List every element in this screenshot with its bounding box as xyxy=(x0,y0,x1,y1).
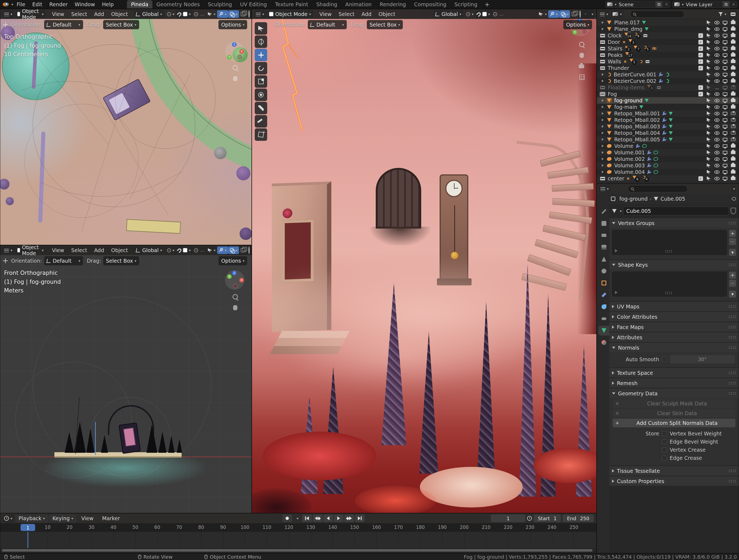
new-collection-button[interactable] xyxy=(729,10,737,18)
outliner-row-floating-items[interactable]: Floating-items6✓ xyxy=(597,84,739,91)
editor-type-button[interactable]: ▾ xyxy=(2,10,14,18)
outliner-row-retopo-mball-005[interactable]: Retopo_Mball.005 xyxy=(597,136,739,143)
panel-grip-icon[interactable] xyxy=(728,263,736,266)
shading-solid-button[interactable] xyxy=(583,14,584,15)
properties-tab-object[interactable] xyxy=(598,278,609,288)
timeline-scrollbar[interactable] xyxy=(2,549,593,552)
expand-icon[interactable] xyxy=(602,21,604,24)
outliner-row-center[interactable]: center64✓ xyxy=(597,175,739,182)
panel-header[interactable]: Geometry Data xyxy=(609,389,739,398)
zoom-icon[interactable] xyxy=(232,294,239,301)
perspective-toggle-icon[interactable] xyxy=(579,74,586,81)
viewport-menu-object[interactable]: Object xyxy=(375,11,399,17)
panel-grip-icon[interactable] xyxy=(728,479,736,483)
checkbox[interactable] xyxy=(662,455,667,461)
outliner-search-input[interactable] xyxy=(630,11,684,18)
expand-icon[interactable] xyxy=(602,138,604,141)
workspace-tab-geometry-nodes[interactable]: Geometry Nodes xyxy=(152,0,204,8)
properties-tab-physics[interactable] xyxy=(598,302,609,312)
exclude-checkbox[interactable]: ✓ xyxy=(698,33,703,38)
menu-help[interactable]: Help xyxy=(99,1,117,7)
orientation-dropdown[interactable]: Default▾ xyxy=(44,20,83,29)
snap-target-button[interactable]: ▾ xyxy=(464,10,475,18)
preview-range-icon[interactable] xyxy=(527,516,532,521)
editor-type-button[interactable]: ▾ xyxy=(599,185,610,192)
expand-icon[interactable] xyxy=(602,99,604,102)
options-dropdown[interactable]: Options▾ xyxy=(218,256,247,265)
viewport-menu-view[interactable]: View xyxy=(316,11,335,17)
outliner-row-retopo-mball-004[interactable]: Retopo_Mball.004 xyxy=(597,130,739,136)
expand-icon[interactable] xyxy=(602,106,604,108)
xray-toggle[interactable] xyxy=(239,10,247,18)
expand-icon[interactable] xyxy=(602,171,604,173)
checkbox[interactable] xyxy=(662,439,667,444)
previous-keyframe-button[interactable] xyxy=(313,515,322,522)
properties-tab-tool[interactable] xyxy=(598,206,609,217)
transform-orientation-selector[interactable]: Global▾ xyxy=(134,10,164,18)
editor-type-button[interactable]: ▾ xyxy=(598,10,610,18)
tool-rotate[interactable] xyxy=(255,62,267,75)
clear-sculpt-mask-button[interactable]: ×Clear Sculpt Mask Data xyxy=(613,399,735,408)
panel-grip-icon[interactable] xyxy=(728,382,736,385)
timeline-editor[interactable]: ▾ Playback▾Keying▾ViewMarker ▾ 1 Start1 … xyxy=(0,513,597,553)
orientation-dropdown[interactable]: Default▾ xyxy=(44,256,83,265)
properties-tab-material[interactable] xyxy=(598,338,609,347)
playhead-line[interactable] xyxy=(28,532,28,548)
outliner-row-plane-017[interactable]: Plane.017 xyxy=(597,19,739,26)
panel-header[interactable]: Face Maps xyxy=(609,322,739,332)
tool-move[interactable] xyxy=(255,49,267,61)
outliner-row-retopo-mball-003[interactable]: Retopo_Mball.003 xyxy=(597,123,739,130)
copy-icon[interactable]: ⧉ xyxy=(723,1,730,7)
next-keyframe-button[interactable] xyxy=(344,515,354,522)
axis-x[interactable]: X xyxy=(239,278,244,282)
mode-selector[interactable]: Object Mode▾ xyxy=(15,10,46,18)
chevron-down-icon[interactable]: ▾ xyxy=(620,209,622,213)
xray-toggle[interactable] xyxy=(239,247,247,254)
panel-grip-icon[interactable] xyxy=(728,336,736,339)
panel-header[interactable]: UV Maps xyxy=(609,302,739,311)
specials-dropdown[interactable]: ▾ xyxy=(729,249,736,256)
properties-search-input[interactable] xyxy=(628,185,688,192)
expand-icon[interactable] xyxy=(602,158,604,160)
playhead-current-frame[interactable]: 1 xyxy=(21,524,35,531)
drag-dropdown[interactable]: Select Box▾ xyxy=(103,20,139,29)
copy-icon[interactable]: ⧉ xyxy=(655,1,662,7)
panel-header[interactable]: Custom Properties xyxy=(609,476,739,486)
auto-smooth-checkbox[interactable] xyxy=(662,357,667,362)
close-icon[interactable]: × xyxy=(730,1,737,7)
panel-grip-icon[interactable] xyxy=(728,469,736,472)
menu-render[interactable]: Render xyxy=(46,1,71,7)
navigation-gizmo[interactable]: Z Y X xyxy=(225,42,245,61)
orientation-dropdown[interactable]: Default▾ xyxy=(308,20,347,29)
workspace-tab-texture-paint[interactable]: Texture Paint xyxy=(271,0,312,8)
outliner-row-volume-002[interactable]: Volume.002 xyxy=(597,156,739,162)
zoom-icon[interactable] xyxy=(579,41,586,48)
expand-icon[interactable] xyxy=(602,73,604,76)
filter-dropdown[interactable]: ▾ xyxy=(717,10,728,18)
panel-grip-icon[interactable] xyxy=(728,315,736,318)
panel-header[interactable]: Normals xyxy=(609,343,739,352)
editor-type-button[interactable]: ▾ xyxy=(2,515,14,522)
timeline-menu-view[interactable]: View xyxy=(78,515,97,521)
close-icon[interactable]: × xyxy=(663,1,670,7)
exclude-checkbox[interactable]: ✓ xyxy=(698,59,703,64)
exclude-checkbox[interactable]: ✓ xyxy=(698,85,703,90)
expand-icon[interactable] xyxy=(602,119,604,121)
workspace-tab-shading[interactable]: Shading xyxy=(312,0,341,8)
outliner-row-clock[interactable]: Clock149✓ xyxy=(597,32,739,39)
specials-dropdown[interactable]: ▾ xyxy=(729,291,736,298)
viewport-menu-add[interactable]: Add xyxy=(91,11,108,17)
remove-button[interactable]: − xyxy=(729,238,736,245)
transform-orientation-selector[interactable]: Global▾ xyxy=(433,10,463,18)
menu-file[interactable]: File xyxy=(13,1,29,7)
proportional-editing-button[interactable] xyxy=(192,247,206,254)
zoom-icon[interactable] xyxy=(232,64,239,72)
viewport-top-orthographic[interactable]: ▾ Object Mode▾ ViewSelectAddObject Globa… xyxy=(0,9,252,245)
panel-header[interactable]: Color Attributes xyxy=(609,312,739,321)
workspace-tab-uv-editing[interactable]: UV Editing xyxy=(236,0,271,8)
axis-z[interactable]: Z xyxy=(232,42,237,47)
proportional-editing-button[interactable] xyxy=(491,10,505,18)
viewport-menu-view[interactable]: View xyxy=(48,11,68,17)
tool-cursor[interactable] xyxy=(255,35,267,48)
blender-logo-icon[interactable] xyxy=(3,2,9,6)
